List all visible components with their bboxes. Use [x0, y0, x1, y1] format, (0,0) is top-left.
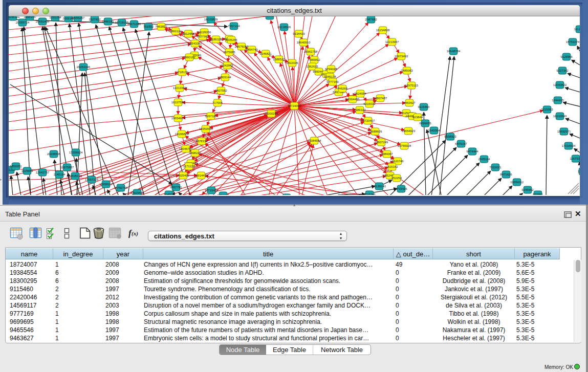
svg-text:17016504: 17016504: [562, 144, 576, 147]
svg-text:9134419: 9134419: [293, 32, 305, 35]
svg-text:12975115: 12975115: [405, 84, 419, 87]
svg-text:16961758: 16961758: [304, 50, 318, 53]
svg-text:12093822: 12093822: [553, 83, 567, 86]
svg-text:7625402: 7625402: [177, 174, 189, 177]
svg-text:8912954: 8912954: [182, 32, 194, 35]
svg-text:9242843: 9242843: [221, 64, 233, 67]
svg-text:3675685: 3675685: [223, 51, 235, 54]
svg-text:16033809: 16033809: [204, 18, 218, 21]
svg-text:12213967: 12213967: [385, 40, 399, 43]
svg-text:1958155: 1958155: [24, 16, 36, 18]
svg-text:9335246: 9335246: [225, 38, 237, 41]
svg-text:10973493: 10973493: [395, 55, 408, 58]
svg-text:7955812: 7955812: [308, 58, 320, 61]
svg-text:10958117: 10958117: [99, 183, 113, 186]
svg-text:3624554: 3624554: [354, 92, 366, 95]
svg-text:1112045: 1112045: [574, 28, 580, 31]
svg-text:6879197: 6879197: [455, 142, 467, 145]
svg-text:717006: 717006: [212, 101, 223, 104]
svg-text:1733426: 1733426: [395, 187, 407, 190]
svg-text:2803144: 2803144: [219, 76, 231, 79]
svg-text:10756928: 10756928: [398, 144, 411, 147]
svg-text:8267110: 8267110: [205, 115, 217, 118]
svg-text:20053346: 20053346: [77, 65, 91, 69]
svg-text:19046786: 19046786: [179, 147, 193, 150]
svg-text:6794028: 6794028: [325, 68, 337, 71]
svg-text:15751074: 15751074: [566, 40, 580, 43]
svg-text:15716485: 15716485: [205, 189, 219, 192]
svg-text:9463627: 9463627: [403, 101, 416, 104]
svg-text:751552: 751552: [143, 25, 154, 28]
svg-text:9245652: 9245652: [521, 188, 534, 191]
svg-text:12505135: 12505135: [69, 174, 82, 178]
svg-text:3215953: 3215953: [541, 108, 553, 111]
svg-text:1031294: 1031294: [49, 16, 61, 19]
svg-text:1588520: 1588520: [273, 58, 285, 61]
svg-text:10975887: 10975887: [60, 166, 74, 169]
svg-text:15136141: 15136141: [373, 185, 386, 188]
svg-text:8813054: 8813054: [264, 16, 276, 17]
svg-text:9345178: 9345178: [324, 75, 336, 78]
svg-text:1362615: 1362615: [306, 65, 318, 68]
svg-text:7485063: 7485063: [401, 69, 413, 72]
svg-text:9860124: 9860124: [169, 30, 182, 33]
svg-text:19166829: 19166829: [175, 133, 189, 136]
svg-text:10654112: 10654112: [510, 181, 524, 184]
svg-text:6466160: 6466160: [102, 20, 114, 23]
svg-text:1244415: 1244415: [552, 99, 564, 102]
svg-text:252254: 252254: [391, 177, 402, 180]
svg-text:23226056: 23226056: [198, 31, 211, 34]
svg-text:16782759: 16782759: [114, 186, 128, 189]
svg-text:19218506: 19218506: [277, 26, 291, 29]
svg-text:1615152: 1615152: [386, 165, 398, 168]
svg-text:2935114: 2935114: [478, 158, 491, 161]
svg-text:16210643: 16210643: [553, 115, 567, 118]
svg-text:12353594: 12353594: [199, 127, 213, 130]
svg-text:18300295: 18300295: [265, 112, 278, 115]
svg-text:1527602: 1527602: [89, 18, 101, 21]
svg-text:2718170: 2718170: [176, 71, 188, 74]
svg-text:20355724: 20355724: [16, 21, 30, 24]
svg-text:746266: 746266: [337, 87, 348, 90]
svg-text:18807249: 18807249: [375, 141, 388, 144]
svg-text:9474444: 9474444: [466, 150, 478, 153]
svg-text:924501: 924501: [164, 193, 175, 195]
svg-text:7632621: 7632621: [489, 166, 502, 169]
svg-text:10671355: 10671355: [127, 23, 141, 26]
svg-text:12213363: 12213363: [173, 86, 187, 90]
svg-text:19654923: 19654923: [402, 129, 416, 133]
svg-text:18724007: 18724007: [288, 104, 301, 107]
svg-text:20206536: 20206536: [47, 152, 61, 156]
svg-text:16154808: 16154808: [376, 29, 390, 32]
svg-text:9084067: 9084067: [381, 152, 393, 156]
svg-text:8794652: 8794652: [217, 194, 229, 195]
svg-text:10807487: 10807487: [374, 97, 387, 100]
svg-text:6120746: 6120746: [391, 160, 404, 163]
svg-text:8471626: 8471626: [500, 173, 512, 176]
svg-text:16914479: 16914479: [194, 174, 208, 177]
svg-text:1640954: 1640954: [428, 129, 440, 132]
svg-text:9777169: 9777169: [326, 80, 339, 83]
svg-text:8186325: 8186325: [210, 38, 222, 41]
svg-text:8427552: 8427552: [215, 89, 227, 92]
svg-text:16648784: 16648784: [447, 50, 461, 53]
svg-text:9990162: 9990162: [183, 56, 195, 59]
svg-text:1859051: 1859051: [10, 165, 22, 168]
svg-text:7463822: 7463822: [155, 25, 167, 28]
svg-text:15720407: 15720407: [361, 119, 375, 122]
svg-text:15692971: 15692971: [557, 130, 571, 133]
svg-text:17957225: 17957225: [85, 178, 99, 181]
svg-text:19384554: 19384554: [308, 139, 321, 142]
svg-text:16543362: 16543362: [188, 42, 202, 45]
svg-text:20364486: 20364486: [346, 98, 360, 101]
svg-text:923844: 923844: [412, 116, 423, 119]
svg-text:12942757: 12942757: [36, 171, 50, 174]
svg-text:9146821: 9146821: [259, 52, 272, 55]
svg-text:7386322: 7386322: [354, 108, 366, 112]
svg-text:1167533: 1167533: [570, 157, 580, 160]
svg-text:16107553: 16107553: [171, 101, 185, 104]
svg-text:9129966: 9129966: [560, 55, 573, 58]
svg-text:8454749: 8454749: [246, 48, 258, 51]
svg-text:8678332: 8678332: [195, 140, 208, 143]
svg-text:19654923: 19654923: [171, 117, 185, 120]
